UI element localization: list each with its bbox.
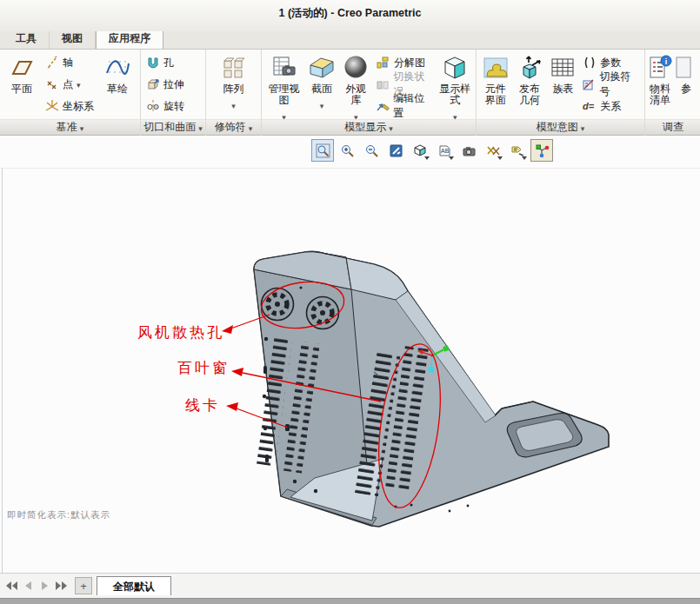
revolve-button[interactable]: 旋转: [143, 96, 203, 116]
window-title: 1 (活动的) - Creo Parametric: [0, 6, 700, 21]
graphics-area[interactable]: 风机散热孔 百叶窗 线卡 即时简化表示:默认表示: [0, 168, 700, 573]
section-button[interactable]: 截面: [304, 50, 338, 112]
tab-all-default[interactable]: 全部默认: [97, 576, 171, 595]
status-strip: [0, 598, 700, 604]
zoom-out-button[interactable]: [360, 139, 383, 162]
saved-orientations-button[interactable]: AB: [433, 139, 456, 162]
ribbon-group-model-intent: 元件界面 发布几何 族表: [477, 50, 645, 136]
first-tab-button[interactable]: [5, 579, 19, 593]
view-manager-button[interactable]: [457, 139, 480, 162]
dropdown-mini-arrow[interactable]: [449, 156, 454, 160]
sketch-button[interactable]: 草绘: [97, 50, 137, 95]
extrude-button[interactable]: 拉伸: [143, 74, 203, 95]
title-bar: 1 (活动的) - Creo Parametric: [0, 0, 700, 31]
relations-button[interactable]: d= 关系: [579, 96, 643, 116]
pattern-icon: [221, 54, 247, 82]
datum-display-icon: [486, 143, 501, 158]
parameters-icon: [582, 56, 597, 70]
edit-position-button[interactable]: 编辑位置: [373, 96, 437, 116]
tab-tools[interactable]: 工具: [3, 29, 50, 49]
add-tab-button[interactable]: +: [75, 577, 92, 594]
explode-view-icon: [376, 56, 390, 70]
axis-button[interactable]: 轴: [42, 52, 97, 73]
family-table-icon: [550, 54, 576, 82]
pattern-button[interactable]: 阵列: [212, 50, 256, 112]
previous-tab-button[interactable]: [22, 579, 36, 593]
appearance-button[interactable]: 外观库: [339, 50, 373, 123]
spin-center-icon: [535, 143, 550, 158]
toggle-status-icon: [376, 77, 390, 92]
group-label-modifiers[interactable]: 修饰符: [206, 119, 261, 136]
clipped-icon: [673, 54, 699, 82]
view-manager-icon: [462, 143, 477, 158]
appearance-gallery-icon: [343, 54, 369, 82]
display-style-cube-icon: [413, 143, 428, 158]
tab-view[interactable]: 视图: [50, 29, 96, 49]
group-label-datum[interactable]: 基准: [0, 119, 140, 136]
repaint-button[interactable]: [384, 139, 407, 162]
ribbon-group-cuts-surfaces: 孔 拉伸 旋转: [141, 50, 206, 136]
spin-center-button[interactable]: [530, 139, 553, 162]
fan-hole: [307, 297, 339, 329]
hole-button[interactable]: 孔: [143, 52, 203, 73]
zoom-fit-button[interactable]: [311, 139, 334, 162]
zoom-fit-icon: [316, 143, 330, 158]
extrude-icon: [145, 77, 160, 92]
family-table-button[interactable]: 族表: [547, 50, 579, 95]
point-icon: [44, 77, 59, 92]
point-button[interactable]: 点: [42, 74, 97, 95]
point-dropdown-arrow[interactable]: [77, 78, 81, 90]
next-tab-button[interactable]: [38, 579, 52, 593]
group-label-cuts[interactable]: 切口和曲面: [141, 119, 205, 136]
datum-display-button[interactable]: [482, 139, 504, 162]
saved-orientations-icon: AB: [437, 143, 452, 158]
plane-button[interactable]: 平面: [2, 50, 42, 95]
bom-button[interactable]: i 物料清单: [647, 50, 673, 106]
bottom-tab-bar: + 全部默认: [0, 573, 700, 598]
zoom-in-button[interactable]: [336, 139, 358, 162]
section-icon: [309, 54, 335, 82]
annotation-display-button[interactable]: [506, 139, 529, 162]
relations-icon: d=: [582, 99, 597, 114]
display-style-toolbar-button[interactable]: [409, 139, 431, 162]
simplified-rep-status: 即时简化表示:默认表示: [7, 509, 110, 521]
sketch-icon: [104, 54, 130, 82]
svg-text:i: i: [665, 57, 668, 66]
group-label-model-intent[interactable]: 模型意图: [477, 119, 644, 136]
ribbon-group-datum: 平面 轴 点: [0, 50, 141, 136]
repaint-icon: [389, 143, 403, 158]
annotation-fan-holes: 风机散热孔: [137, 322, 224, 342]
publish-geometry-button[interactable]: 发布几何: [512, 50, 546, 106]
menu-tab-row: 工具 视图 应用程序: [0, 31, 700, 50]
ribbon-group-model-display: 管理视图 截面 外观库: [262, 50, 477, 136]
clipped-button[interactable]: 参: [673, 50, 699, 95]
manage-views-icon: [271, 54, 297, 82]
zoom-out-icon: [364, 143, 379, 158]
component-interface-icon: [483, 54, 509, 82]
hole-icon: [145, 56, 160, 70]
group-label-model-display[interactable]: 模型显示: [262, 119, 476, 136]
graphics-toolbar: AB: [311, 139, 553, 162]
display-style-button[interactable]: 显示样式: [437, 50, 474, 123]
last-tab-button[interactable]: [55, 579, 69, 593]
annotation-display-icon: [510, 143, 525, 158]
svg-text:AB: AB: [441, 148, 450, 154]
creo-window: 1 (活动的) - Creo Parametric 工具 视图 应用程序 平面: [0, 0, 700, 604]
csys-icon: [44, 99, 59, 114]
toggle-symbols-button[interactable]: 切换符号: [579, 74, 643, 95]
group-label-investigate[interactable]: 调查: [645, 119, 700, 136]
component-interface-button[interactable]: 元件界面: [478, 50, 512, 106]
display-style-icon: [442, 54, 468, 82]
dropdown-mini-arrow[interactable]: [424, 156, 430, 160]
csys-button[interactable]: 坐标系: [42, 96, 97, 116]
ribbon: 平面 轴 点: [0, 50, 700, 136]
plane-icon: [9, 54, 35, 82]
dropdown-mini-arrow[interactable]: [497, 156, 503, 160]
dropdown-mini-arrow[interactable]: [522, 156, 527, 160]
edit-position-icon: [376, 99, 390, 114]
toolbar-strip: AB: [0, 136, 700, 168]
manage-views-button[interactable]: 管理视图: [263, 50, 304, 123]
ribbon-group-modifiers: 阵列 修饰符: [206, 50, 262, 136]
svg-text:d=: d=: [583, 101, 595, 111]
zoom-in-icon: [340, 143, 355, 158]
